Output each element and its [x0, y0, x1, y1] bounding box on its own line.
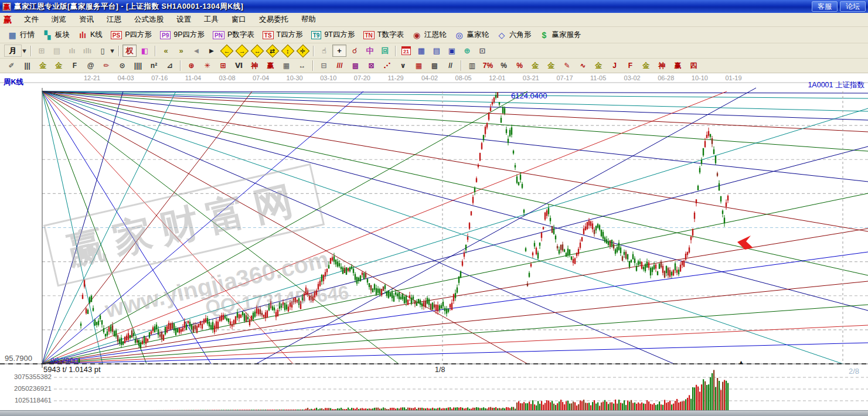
draw-ray-fan-tool[interactable]: /// [332, 60, 347, 71]
draw-price-grid-tool[interactable]: ▦ [279, 60, 294, 71]
expand-all-button[interactable]: ✛ [297, 44, 310, 57]
forum-button[interactable]: 论坛 [840, 1, 866, 12]
menu-formula-stock-pick[interactable]: 公式选股 [128, 13, 170, 26]
period-dropdown-arrow-icon[interactable]: ▾ [21, 45, 28, 57]
draw-gold-line-tool[interactable]: 金 [544, 60, 559, 71]
draw-zigzag-tool[interactable]: ∨ [396, 60, 410, 71]
draw-parallel-tool[interactable]: // [443, 60, 458, 71]
shift-right-button[interactable]: → [236, 44, 249, 57]
draw-gold-angle-tool[interactable]: 金 [591, 60, 606, 71]
draw-wave-tool[interactable]: ∿ [576, 60, 590, 71]
draw-gann-grid-tool[interactable]: ⊞ [216, 60, 230, 71]
menu-gann[interactable]: 江恩 [100, 13, 128, 26]
draw-red-grid-tool[interactable]: ▦ [411, 60, 426, 71]
draw-grid-lines-tool[interactable]: ||| [20, 60, 35, 71]
save-button[interactable]: ▣ [445, 45, 459, 57]
p-number-table-button[interactable]: PN P数字表 [213, 30, 254, 40]
draw-si-fan-tool[interactable]: 四 [686, 60, 701, 71]
draw-win-fan-tool[interactable]: 赢 [670, 60, 685, 71]
draw-golden-ext-tool[interactable]: 金 [52, 60, 66, 71]
first-page-button[interactable]: « [159, 45, 173, 57]
draw-cross-box-tool[interactable]: ⊠ [364, 60, 379, 71]
draw-pct7-tool[interactable]: 7% [481, 60, 495, 71]
expand-horizontal-button[interactable]: ↔ [251, 44, 264, 57]
winner-wheel-button[interactable]: ◎ 赢家轮 [454, 30, 489, 40]
draw-square-n2-tool[interactable]: n² [147, 60, 161, 71]
draw-gold-fan-tool[interactable]: 金 [639, 60, 653, 71]
draw-knife-tool[interactable]: ✏ [99, 60, 114, 71]
sync-time-button[interactable]: ⊕ [460, 45, 474, 57]
menu-help[interactable]: 帮助 [295, 13, 322, 26]
info-f10-button[interactable]: ▤ [50, 45, 64, 57]
t9-square-button[interactable]: T9 9T四方形 [311, 30, 355, 40]
p9-square-button[interactable]: P9 9P四方形 [160, 30, 205, 40]
right3-chart-button[interactable]: ılı [65, 45, 79, 57]
restore-rights-button[interactable]: 权 [122, 45, 137, 57]
menu-settings[interactable]: 设置 [170, 13, 198, 26]
menu-window[interactable]: 窗口 [225, 13, 253, 26]
menu-file[interactable]: 文件 [18, 13, 45, 26]
draw-bars-tool[interactable]: |||| [131, 60, 145, 71]
period-month-button[interactable]: 月 [4, 45, 22, 57]
zoom-tool-button[interactable]: ☌ [348, 45, 362, 57]
draw-span-tool[interactable]: ↔ [295, 60, 309, 71]
candle-dropdown-arrow-icon[interactable]: ▾ [109, 45, 115, 57]
menu-browse[interactable]: 浏览 [45, 13, 73, 26]
shrink-left-button[interactable]: ← [220, 44, 234, 57]
draw-gann-circle-tool[interactable]: ⊕ [184, 60, 199, 71]
winner-service-button[interactable]: $ 赢家服务 [539, 30, 581, 40]
draw-percent-tool[interactable]: % [496, 60, 511, 71]
calculator-button[interactable]: ▦ [414, 45, 428, 57]
crosshair-tool-button[interactable]: + [332, 45, 346, 57]
draw-box-tool[interactable]: ⊟ [316, 60, 331, 71]
expand-vertical-button[interactable]: ↕ [281, 44, 295, 57]
prev-bar-button[interactable]: ◄ [189, 45, 203, 57]
draw-j-line-tool[interactable]: J [607, 60, 622, 71]
draw-scale-tool[interactable]: ▥ [465, 60, 479, 71]
t-square-button[interactable]: TS T四方形 [263, 30, 303, 40]
draw-trendline-tool[interactable]: ✐ [4, 60, 19, 71]
draw-percent-line-tool[interactable]: % [512, 60, 527, 71]
kline-button[interactable]: ılı K线 [78, 30, 103, 40]
draw-circle-cycle-tool[interactable]: ⊙ [115, 60, 130, 71]
pattern-tool-button[interactable]: 回 [378, 45, 392, 57]
draw-gann-web-tool[interactable]: ✳ [200, 60, 215, 71]
menu-news[interactable]: 资讯 [73, 13, 100, 26]
draw-hatch-tool[interactable]: ▩ [427, 60, 442, 71]
swap-view-button[interactable]: ⇄ [266, 44, 280, 57]
hexagon-button[interactable]: ◇ 六角形 [497, 30, 532, 40]
draw-win-tool[interactable]: 赢 [263, 60, 278, 71]
draw-dots-tool[interactable]: ⋰ [380, 60, 394, 71]
draw-wave-count-tool[interactable]: Ⅵ [232, 60, 246, 71]
candle-style-button[interactable]: ▯ [96, 45, 110, 57]
draw-gold-circle-tool[interactable]: 金 [528, 60, 543, 71]
draw-spiral-tool[interactable]: @ [83, 60, 98, 71]
customer-service-button[interactable]: 客服 [812, 1, 838, 12]
draw-golden-section-tool[interactable]: 金 [36, 60, 50, 71]
horizontal-scrollbar[interactable] [0, 410, 868, 416]
hand-tool-button[interactable]: ☝ [317, 45, 331, 57]
p-square-button[interactable]: PS P四方形 [111, 30, 152, 40]
quotes-button[interactable]: ▦ 行情 [8, 30, 35, 40]
volume-profile-button[interactable]: ◧ [138, 45, 152, 57]
last-page-button[interactable]: » [174, 45, 188, 57]
draw-f-line-tool[interactable]: F [623, 60, 638, 71]
minute-chart-button[interactable]: ⊞ [35, 45, 49, 57]
sectors-button[interactable]: ▚ 板块 [43, 30, 70, 40]
gann-wheel-button[interactable]: ◉ 江恩轮 [412, 30, 447, 40]
menu-trade-order[interactable]: 交易委托 [253, 13, 295, 26]
draw-shen-tool[interactable]: 神 [247, 60, 262, 71]
right9-chart-button[interactable]: ıllı [80, 45, 94, 57]
calendar-button[interactable]: 21 [399, 45, 413, 57]
menu-tools[interactable]: 工具 [198, 13, 225, 26]
draw-angle-tool[interactable]: ⊿ [162, 60, 177, 71]
draw-shade-box-tool[interactable]: ▩ [348, 60, 363, 71]
t-number-table-button[interactable]: TN T数字表 [363, 30, 404, 40]
gann-center-tool-button[interactable]: 中 [363, 45, 377, 57]
print-button[interactable]: ⊡ [475, 45, 489, 57]
draw-shen-fan-tool[interactable]: 神 [655, 60, 669, 71]
draw-mark-tool[interactable]: ✎ [560, 60, 574, 71]
notes-button[interactable]: ▤ [430, 45, 444, 57]
next-bar-button[interactable]: ► [205, 45, 219, 57]
draw-fibonacci-tool[interactable]: F [67, 60, 82, 71]
